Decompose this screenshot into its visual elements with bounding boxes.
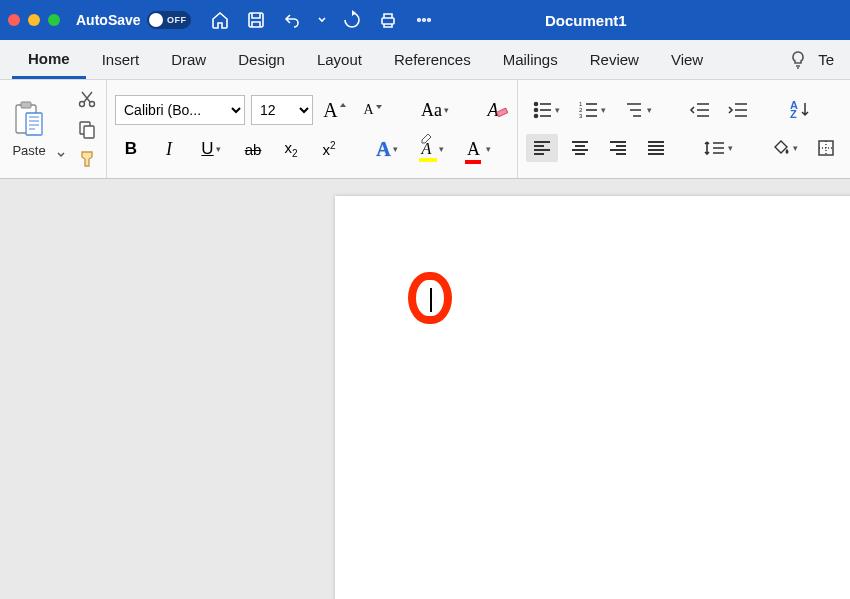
svg-point-9 — [90, 102, 95, 107]
svg-rect-1 — [382, 18, 394, 24]
tell-me-label[interactable]: Te — [818, 51, 834, 68]
align-left-icon — [532, 140, 552, 156]
highlight-marker — [408, 272, 452, 324]
tab-home[interactable]: Home — [12, 40, 86, 79]
change-case-button[interactable]: Aa▾ — [415, 96, 455, 124]
svg-rect-0 — [249, 13, 263, 27]
align-center-icon — [570, 140, 590, 156]
svg-rect-6 — [21, 102, 31, 108]
autosave-state: OFF — [167, 15, 187, 25]
multilevel-list-button[interactable]: ▾ — [618, 96, 658, 124]
underline-button[interactable]: U▾ — [191, 135, 231, 163]
borders-button[interactable] — [810, 134, 842, 162]
align-right-button[interactable] — [602, 134, 634, 162]
paste-dropdown-icon[interactable] — [56, 150, 66, 160]
svg-rect-11 — [84, 126, 94, 138]
font-color-button[interactable]: A ▾ — [459, 135, 499, 163]
decrease-indent-button[interactable] — [684, 96, 716, 124]
autosave-toggle[interactable]: AutoSave OFF — [76, 11, 191, 29]
svg-point-14 — [534, 109, 537, 112]
subscript-button[interactable]: x2 — [275, 135, 307, 163]
svg-point-13 — [534, 103, 537, 106]
cut-button[interactable] — [76, 88, 98, 110]
align-left-button[interactable] — [526, 134, 558, 162]
page[interactable] — [335, 196, 850, 599]
undo-icon[interactable] — [281, 9, 303, 31]
increase-indent-button[interactable] — [722, 96, 754, 124]
svg-point-2 — [417, 19, 420, 22]
quick-access-toolbar — [209, 9, 435, 31]
bold-button[interactable]: B — [115, 135, 147, 163]
strikethrough-button[interactable]: ab — [237, 135, 269, 163]
tab-design[interactable]: Design — [222, 40, 301, 79]
tab-mailings[interactable]: Mailings — [487, 40, 574, 79]
font-name-select[interactable]: Calibri (Bo... — [115, 95, 245, 125]
bullets-button[interactable]: ▾ — [526, 96, 566, 124]
minimize-window-button[interactable] — [28, 14, 40, 26]
autosave-knob — [149, 13, 163, 27]
svg-rect-12 — [496, 108, 507, 117]
save-icon[interactable] — [245, 9, 267, 31]
eraser-icon — [496, 106, 508, 118]
text-effects-button[interactable]: A▾ — [367, 135, 407, 163]
tab-view[interactable]: View — [655, 40, 719, 79]
svg-rect-7 — [26, 113, 42, 135]
indent-icon — [727, 101, 749, 119]
tab-review[interactable]: Review — [574, 40, 655, 79]
highlight-button[interactable]: A ▾ — [413, 135, 453, 163]
ribbon-tabs: Home Insert Draw Design Layout Reference… — [0, 40, 850, 80]
outdent-icon — [689, 101, 711, 119]
undo-dropdown-icon[interactable] — [317, 9, 327, 31]
multilevel-icon — [625, 101, 645, 119]
paintbrush-icon — [77, 149, 97, 169]
superscript-button[interactable]: x2 — [313, 135, 345, 163]
arrow-down-icon — [800, 101, 810, 119]
lightbulb-icon[interactable] — [788, 50, 808, 70]
shrink-font-button[interactable]: A — [357, 96, 389, 124]
window-controls — [8, 14, 60, 26]
paint-bucket-icon — [771, 139, 791, 157]
justify-button[interactable] — [640, 134, 672, 162]
clipboard-icon — [12, 101, 46, 139]
svg-point-15 — [534, 115, 537, 118]
tab-insert[interactable]: Insert — [86, 40, 156, 79]
ribbon: Paste Calibri (Bo... 12 A A Aa▾ A — [0, 80, 850, 179]
clipboard-group: Paste — [0, 80, 107, 178]
more-icon[interactable] — [413, 9, 435, 31]
highlighter-icon — [420, 130, 434, 144]
autosave-label: AutoSave — [76, 12, 141, 28]
italic-button[interactable]: I — [153, 135, 185, 163]
grow-font-button[interactable]: A — [319, 96, 351, 124]
borders-icon — [818, 140, 834, 156]
svg-point-4 — [427, 19, 430, 22]
paste-button[interactable]: Paste — [8, 99, 50, 160]
format-painter-button[interactable] — [76, 148, 98, 170]
shading-button[interactable]: ▾ — [764, 134, 804, 162]
autosave-switch[interactable]: OFF — [147, 11, 191, 29]
clear-formatting-button[interactable]: A — [477, 96, 509, 124]
tab-layout[interactable]: Layout — [301, 40, 378, 79]
align-right-icon — [608, 140, 628, 156]
tab-draw[interactable]: Draw — [155, 40, 222, 79]
align-center-button[interactable] — [564, 134, 596, 162]
paste-label: Paste — [12, 143, 45, 158]
tab-references[interactable]: References — [378, 40, 487, 79]
svg-text:3: 3 — [579, 113, 583, 119]
bullets-icon — [533, 101, 553, 119]
svg-point-8 — [80, 102, 85, 107]
redo-icon[interactable] — [341, 9, 363, 31]
home-icon[interactable] — [209, 9, 231, 31]
title-bar: AutoSave OFF Document1 — [0, 0, 850, 40]
close-window-button[interactable] — [8, 14, 20, 26]
font-size-select[interactable]: 12 — [251, 95, 313, 125]
line-spacing-button[interactable]: ▾ — [698, 134, 738, 162]
print-icon[interactable] — [377, 9, 399, 31]
line-spacing-icon — [704, 139, 726, 157]
sort-button[interactable]: AZ — [780, 96, 820, 124]
numbering-button[interactable]: 123▾ — [572, 96, 612, 124]
font-group: Calibri (Bo... 12 A A Aa▾ A B I U▾ ab x2… — [107, 80, 518, 178]
fullscreen-window-button[interactable] — [48, 14, 60, 26]
scissors-icon — [77, 89, 97, 109]
svg-point-3 — [422, 19, 425, 22]
copy-button[interactable] — [76, 118, 98, 140]
